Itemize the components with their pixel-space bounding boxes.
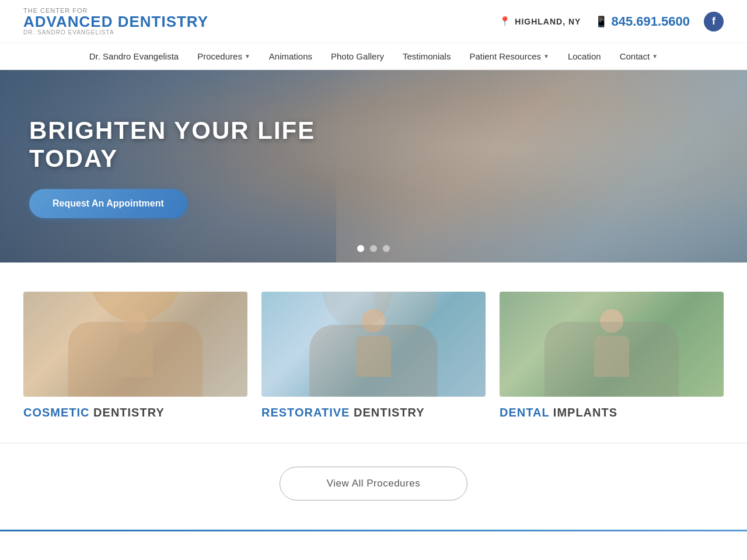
person-body-2 <box>356 336 391 377</box>
person-head-3 <box>600 309 623 332</box>
restorative-title-normal: DENTISTRY <box>350 406 424 419</box>
nav-item-patient-resources[interactable]: Patient Resources ▼ <box>469 51 549 61</box>
location-info: 📍 HIGHLAND, NY <box>499 16 581 27</box>
nav-procedures-dropdown[interactable]: Procedures ▼ <box>197 51 250 61</box>
cosmetic-person-silhouette <box>112 309 159 379</box>
person-body <box>118 336 153 377</box>
nav-contact-dropdown[interactable]: Contact ▼ <box>620 51 658 61</box>
contact-caret-icon: ▼ <box>652 53 658 60</box>
nav-item-animations[interactable]: Animations <box>269 51 312 61</box>
person-body-3 <box>594 336 629 377</box>
restorative-dentistry-card[interactable]: RESTORATIVE DENTISTRY <box>261 292 486 419</box>
restorative-image-bg <box>261 292 486 397</box>
cosmetic-title-normal: DENTISTRY <box>90 406 165 419</box>
nav-item-testimonials[interactable]: Testimonials <box>403 51 451 61</box>
restorative-card-title: RESTORATIVE DENTISTRY <box>261 406 486 419</box>
nav-item-procedures[interactable]: Procedures ▼ <box>197 51 250 61</box>
phone-icon: 📱 <box>595 15 608 28</box>
hero-title: BRIGHTEN YOUR LIFE TODAY <box>29 117 379 173</box>
restorative-title-accent: RESTORATIVE <box>261 406 350 419</box>
hero-dots <box>357 245 390 252</box>
implants-person-silhouette <box>588 309 635 379</box>
header-right: 📍 HIGHLAND, NY 📱 845.691.5600 f <box>499 12 724 32</box>
bottom-border <box>0 530 747 531</box>
implants-card-title: DENTAL IMPLANTS <box>500 406 724 419</box>
location-label: HIGHLAND, NY <box>515 17 581 26</box>
facebook-button[interactable]: f <box>704 12 724 32</box>
hero-dot-2[interactable] <box>370 245 377 252</box>
restorative-person-silhouette <box>350 309 397 379</box>
cosmetic-image-bg <box>23 292 247 397</box>
phone-number: 845.691.5600 <box>611 14 690 29</box>
implants-title-normal: IMPLANTS <box>549 406 617 419</box>
implants-image-bg <box>500 292 724 397</box>
top-bar: THE CENTER FOR ADVANCED DENTISTRY DR. SA… <box>0 0 747 43</box>
nav-item-contact[interactable]: Contact ▼ <box>620 51 658 61</box>
logo[interactable]: THE CENTER FOR ADVANCED DENTISTRY DR. SA… <box>23 7 208 36</box>
dental-implants-card[interactable]: DENTAL IMPLANTS <box>500 292 724 419</box>
person-head <box>124 309 147 332</box>
nav-patient-resources-dropdown[interactable]: Patient Resources ▼ <box>469 51 549 61</box>
main-nav: Dr. Sandro Evangelista Procedures ▼ Anim… <box>0 43 747 70</box>
nav-item-gallery[interactable]: Photo Gallery <box>331 51 384 61</box>
location-pin-icon: 📍 <box>499 16 511 27</box>
implants-card-image <box>500 292 724 397</box>
cosmetic-title-accent: COSMETIC <box>23 406 90 419</box>
cosmetic-card-title: COSMETIC DENTISTRY <box>23 406 247 419</box>
nav-item-doctor[interactable]: Dr. Sandro Evangelista <box>89 51 179 61</box>
service-cards: COSMETIC DENTISTRY RESTORATIVE DENTISTRY <box>0 262 747 437</box>
cosmetic-card-image <box>23 292 247 397</box>
hero-dot-3[interactable] <box>383 245 390 252</box>
implants-title-accent: DENTAL <box>500 406 549 419</box>
hero-section: BRIGHTEN YOUR LIFE TODAY Request An Appo… <box>0 70 747 262</box>
appointment-button[interactable]: Request An Appointment <box>29 189 187 218</box>
view-all-section: View All Procedures <box>0 443 747 530</box>
nav-item-location[interactable]: Location <box>568 51 601 61</box>
patient-resources-caret-icon: ▼ <box>543 53 549 60</box>
hero-content: BRIGHTEN YOUR LIFE TODAY Request An Appo… <box>0 70 747 262</box>
restorative-card-image <box>261 292 486 397</box>
view-all-procedures-button[interactable]: View All Procedures <box>280 467 467 501</box>
person-head-2 <box>362 309 385 332</box>
procedures-caret-icon: ▼ <box>245 53 250 60</box>
cosmetic-dentistry-card[interactable]: COSMETIC DENTISTRY <box>23 292 247 419</box>
phone-info[interactable]: 📱 845.691.5600 <box>595 14 690 29</box>
hero-dot-1[interactable] <box>357 245 364 252</box>
logo-main: ADVANCED DENTISTRY <box>23 14 208 29</box>
